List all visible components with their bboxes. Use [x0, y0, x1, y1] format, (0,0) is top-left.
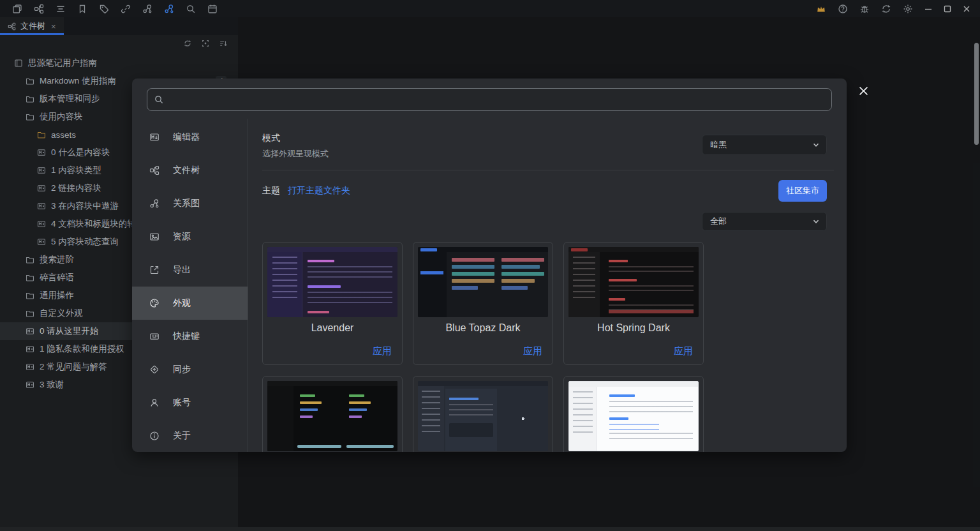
settings-tab-label: 快捷键	[173, 331, 200, 342]
settings-tab-about[interactable]: 关于	[132, 419, 248, 452]
open-theme-folder-link[interactable]: 打开主题文件夹	[288, 185, 350, 197]
settings-tab-label: 账号	[173, 397, 191, 408]
theme-preview	[418, 381, 548, 451]
theme-filter-select[interactable]: 全部	[702, 212, 827, 231]
settings-tab-label: 关系图	[173, 198, 200, 209]
settings-dialog: 编辑器 文件树 关系图 资源 导出 外观 快捷键 同步 账号 关于 模式 选择外…	[132, 79, 847, 452]
community-market-button[interactable]: 社区集市	[778, 180, 827, 202]
theme-title: 主题	[262, 185, 280, 197]
theme-card-grid: Lavender 应用 Blue Topaz Dark 应用 Hot Sprin…	[262, 242, 709, 452]
theme-name: Blue Topaz Dark	[413, 322, 553, 334]
appearance-palette-icon	[149, 298, 160, 308]
settings-menu: 编辑器 文件树 关系图 资源 导出 外观 快捷键 同步 账号 关于	[132, 119, 248, 452]
chevron-down-icon	[812, 218, 820, 225]
settings-search-row	[132, 79, 847, 119]
graph-icon	[149, 198, 160, 209]
settings-tab-account[interactable]: 账号	[132, 386, 248, 419]
mode-description: 选择外观呈现模式	[262, 148, 329, 160]
assets-image-icon	[149, 232, 160, 242]
settings-tab-assets[interactable]: 资源	[132, 220, 248, 253]
settings-tab-label: 编辑器	[173, 131, 200, 143]
settings-tab-label: 导出	[173, 264, 191, 276]
theme-name: Lavender	[263, 322, 402, 334]
theme-name: Hot Spring Dark	[564, 322, 703, 334]
settings-tab-label: 资源	[173, 231, 191, 243]
theme-card-lavender[interactable]: Lavender 应用	[262, 242, 403, 365]
settings-tab-label: 同步	[173, 364, 191, 375]
theme-preview	[267, 381, 397, 451]
dialog-scrollbar-thumb[interactable]	[974, 43, 979, 145]
settings-tab-export[interactable]: 导出	[132, 253, 248, 287]
theme-preview	[568, 381, 699, 451]
settings-tab-appearance[interactable]: 外观	[132, 287, 248, 320]
settings-tab-label: 关于	[173, 430, 191, 442]
theme-preview	[267, 247, 397, 317]
section-divider	[262, 170, 834, 170]
keymap-keyboard-icon	[149, 331, 160, 341]
about-info-icon	[149, 431, 160, 441]
settings-tab-sync[interactable]: 同步	[132, 353, 248, 386]
theme-card-clipped-1[interactable]	[262, 376, 403, 452]
settings-tab-keymap[interactable]: 快捷键	[132, 320, 248, 353]
search-icon	[154, 94, 164, 105]
mode-select[interactable]: 暗黑	[702, 135, 827, 155]
theme-preview	[568, 247, 699, 317]
mode-title: 模式	[262, 133, 280, 144]
settings-tab-label: 文件树	[173, 165, 200, 176]
apply-theme-link[interactable]: 应用	[373, 345, 392, 357]
dialog-close-icon[interactable]	[854, 82, 872, 100]
settings-tab-editor[interactable]: 编辑器	[132, 121, 248, 154]
settings-tab-filetree[interactable]: 文件树	[132, 154, 248, 187]
file-tree-icon	[149, 165, 160, 176]
settings-tab-graph[interactable]: 关系图	[132, 187, 248, 220]
settings-tab-label: 外观	[173, 297, 191, 309]
sync-diamond-icon	[149, 364, 160, 375]
apply-theme-link[interactable]: 应用	[523, 345, 542, 357]
app-window: 文件树 × 思源笔记用户指南 Markdown 使用指南4 版本管理和同步 使用…	[0, 0, 980, 531]
theme-card-clipped-2[interactable]	[413, 376, 553, 452]
chevron-down-icon	[812, 141, 820, 149]
export-icon	[149, 265, 160, 275]
theme-filter-value: 全部	[710, 216, 727, 227]
appearance-settings-content: 模式 选择外观呈现模式 暗黑 主题 打开主题文件夹 社区集市 全部	[248, 119, 847, 452]
theme-card-blue-topaz-dark[interactable]: Blue Topaz Dark 应用	[413, 242, 553, 365]
editor-icon	[149, 132, 160, 142]
account-person-icon	[149, 398, 160, 408]
mode-select-value: 暗黑	[710, 139, 727, 151]
settings-search-input[interactable]	[147, 88, 832, 111]
theme-preview	[418, 247, 548, 317]
apply-theme-link[interactable]: 应用	[674, 345, 693, 357]
theme-card-clipped-3[interactable]	[563, 376, 704, 452]
theme-card-hot-spring-dark[interactable]: Hot Spring Dark 应用	[563, 242, 704, 365]
